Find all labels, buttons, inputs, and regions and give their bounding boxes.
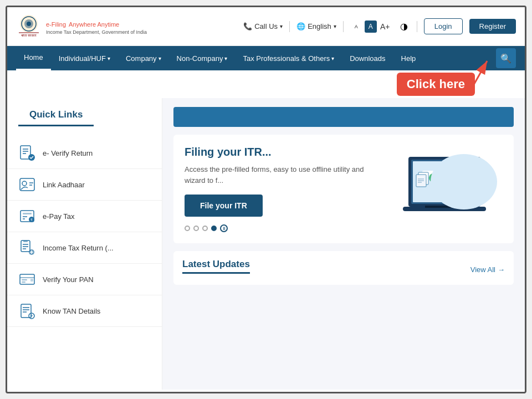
- click-here-label: Click here: [397, 73, 475, 96]
- language-link[interactable]: 🌐 English ▾: [296, 22, 336, 30]
- globe-icon: 🌐: [296, 22, 305, 30]
- search-button[interactable]: 🔍: [496, 48, 516, 68]
- font-large-btn[interactable]: A+: [379, 21, 391, 33]
- content-card: Filing your ITR... Access the pre-filled…: [173, 135, 514, 243]
- svg-rect-35: [30, 279, 33, 282]
- card-image: PRE-FILLED FORMS AND EASY TO USE ITR UTI…: [392, 146, 503, 229]
- pause-btn[interactable]: ⏸: [220, 224, 228, 232]
- sidebar: Quick Links e- Verify Return: [7, 98, 162, 390]
- svg-rect-33: [22, 279, 27, 280]
- view-all-link[interactable]: View All →: [470, 265, 505, 274]
- svg-rect-18: [23, 213, 32, 214]
- nav-help[interactable]: Help: [393, 46, 424, 70]
- updates-header: Latest Updates View All →: [182, 259, 505, 274]
- carousel-dot-2[interactable]: [193, 226, 199, 231]
- site-header: भारत सरकार e-Filing Anywhere Anytime Inc…: [7, 7, 525, 46]
- sidebar-item-verify-return[interactable]: e- Verify Return: [7, 137, 162, 169]
- carousel-dot-4[interactable]: [211, 226, 217, 231]
- main-content: Quick Links e- Verify Return: [7, 98, 525, 390]
- arrow-right-icon: →: [498, 265, 505, 274]
- logo-area: भारत सरकार e-Filing Anywhere Anytime Inc…: [16, 13, 147, 40]
- card-heading: Filing your ITR...: [185, 146, 381, 158]
- nav-home[interactable]: Home: [16, 46, 51, 70]
- nav-company[interactable]: Company ▾: [118, 46, 169, 70]
- login-button[interactable]: Login: [424, 18, 463, 34]
- card-text: Filing your ITR... Access the pre-filled…: [185, 146, 381, 232]
- svg-text:?: ?: [30, 314, 33, 318]
- divider3: [417, 21, 417, 32]
- aadhaar-icon: [18, 176, 36, 193]
- header-right: 📞 Call Us ▾ 🌐 English ▾ A A A+ ◑ Login R…: [243, 18, 516, 34]
- main-area: Filing your ITR... Access the pre-filled…: [162, 98, 525, 390]
- chevron-down-icon: ▾: [224, 55, 227, 62]
- verify-icon: [18, 144, 36, 162]
- updates-title: Latest Updates: [182, 259, 250, 274]
- card-desc: Access the pre-filled forms, easy to use…: [185, 164, 381, 186]
- nav-tax-professionals[interactable]: Tax Professionals & Others ▾: [235, 46, 342, 70]
- font-small-btn[interactable]: A: [350, 21, 362, 33]
- chevron-down-icon: ▾: [108, 55, 110, 62]
- sidebar-title: Quick Links: [18, 109, 94, 126]
- phone-icon: 📞: [243, 22, 252, 30]
- sidebar-item-epay-tax[interactable]: ₹ e-Pay Tax: [7, 201, 162, 232]
- emblem-icon: भारत सरकार: [16, 13, 42, 40]
- logo-text: e-Filing Anywhere Anytime Income Tax Dep…: [46, 18, 147, 35]
- chevron-down-icon: ▾: [158, 55, 161, 62]
- svg-text:₹: ₹: [30, 218, 33, 222]
- sidebar-title-wrap: Quick Links: [7, 109, 162, 134]
- file-itr-button[interactable]: File your ITR: [185, 195, 263, 217]
- search-icon: 🔍: [500, 53, 511, 64]
- pan-icon: [18, 270, 36, 288]
- circle-bg: [431, 154, 497, 209]
- nav-downloads[interactable]: Downloads: [342, 46, 393, 70]
- dept-label: Income Tax Department, Government of Ind…: [46, 29, 147, 35]
- divider: [289, 21, 290, 32]
- sidebar-item-know-tan[interactable]: ? Know TAN Details: [7, 295, 162, 327]
- tagline-label: Anywhere Anytime: [69, 21, 119, 28]
- tax-icon: ₹: [18, 207, 36, 225]
- svg-rect-24: [23, 241, 28, 242]
- carousel-dots: ⏸: [185, 224, 381, 232]
- call-us-link[interactable]: 📞 Call Us ▾: [243, 22, 283, 30]
- annotation-area: Click here: [7, 70, 525, 98]
- carousel-dot-3[interactable]: [202, 226, 208, 231]
- sidebar-item-verify-pan[interactable]: Verify Your PAN: [7, 264, 162, 295]
- nav-individual[interactable]: Individual/HUF ▾: [51, 46, 118, 70]
- tan-icon: ?: [18, 302, 36, 320]
- efiling-label: e-Filing: [46, 21, 66, 28]
- contrast-btn[interactable]: ◑: [398, 21, 410, 33]
- svg-point-3: [27, 22, 31, 26]
- font-medium-btn[interactable]: A: [365, 21, 377, 33]
- carousel-dot-1[interactable]: [185, 226, 190, 231]
- svg-rect-36: [21, 304, 31, 318]
- sidebar-item-link-aadhaar[interactable]: Link Aadhaar: [7, 169, 162, 201]
- nav-non-company[interactable]: Non-Company ▾: [169, 46, 236, 70]
- lang-chevron-icon: ▾: [334, 23, 336, 29]
- banner-bar: [173, 107, 514, 127]
- sidebar-item-itr[interactable]: Income Tax Return (...: [7, 232, 162, 264]
- itr-icon: [18, 239, 36, 257]
- chevron-down-icon: ▾: [331, 55, 334, 62]
- chevron-down-icon: ▾: [280, 23, 283, 29]
- updates-section: Latest Updates View All →: [173, 251, 514, 285]
- register-button[interactable]: Register: [469, 19, 516, 34]
- svg-rect-34: [22, 282, 25, 283]
- svg-text:भारत सरकार: भारत सरकार: [21, 34, 37, 37]
- divider2: [343, 21, 344, 32]
- svg-point-14: [22, 181, 27, 186]
- font-controls: A A A+: [350, 21, 391, 33]
